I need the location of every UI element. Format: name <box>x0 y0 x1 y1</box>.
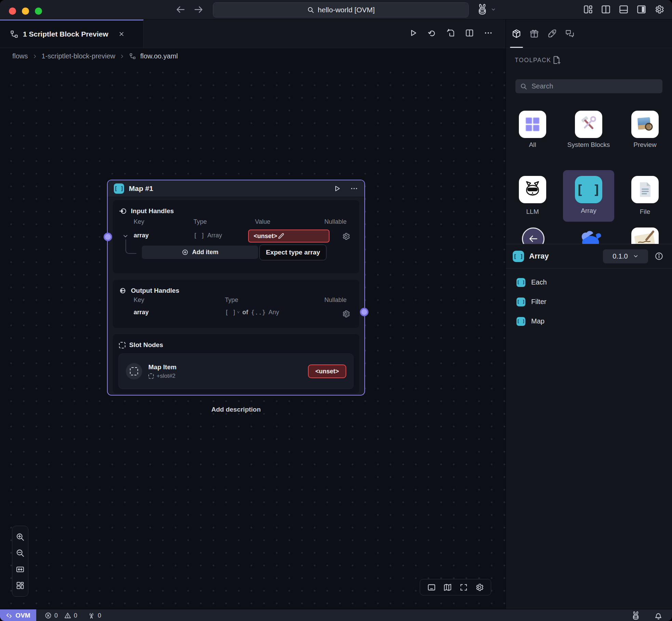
more-actions-icon[interactable] <box>484 28 493 38</box>
run-node-icon[interactable] <box>333 184 341 193</box>
split-view-icon[interactable] <box>465 28 474 38</box>
close-window-button[interactable] <box>9 8 16 15</box>
fullscreen-icon[interactable] <box>459 583 468 592</box>
tool-blue-partial[interactable] <box>576 231 602 244</box>
fit-view-icon[interactable] <box>15 565 25 574</box>
array-block-icon: [ ] <box>114 183 124 194</box>
search-icon <box>520 83 527 90</box>
type-chevron-icon[interactable]: ˅ <box>237 310 240 315</box>
version-select[interactable]: 0.1.0 <box>603 249 648 263</box>
detail-header: [ ] Array 0.1.0 <box>506 244 672 268</box>
tab-scriptlet-block-preview[interactable]: 1 Scriptlet Block Preview <box>0 19 144 47</box>
input-connection-handle[interactable] <box>104 233 112 241</box>
traffic-lights <box>9 8 42 15</box>
edit-pencil-icon[interactable] <box>277 232 285 240</box>
export-file-icon[interactable] <box>446 28 455 38</box>
expect-type-tooltip: Expect type array <box>259 245 326 260</box>
flow-canvas[interactable]: [ ] Map #1 Input Handles <box>0 64 506 609</box>
toolpack-search-input[interactable] <box>531 82 658 91</box>
col-key: Key <box>134 218 144 225</box>
run-icon[interactable] <box>408 28 418 38</box>
node-title: Map #1 <box>129 184 153 193</box>
col-key: Key <box>134 296 144 304</box>
array-block-icon: [ ] <box>516 317 525 326</box>
input-handles-section: Input Handles Key Type Value Nullable ar… <box>113 200 359 273</box>
auto-layout-icon[interactable] <box>15 581 25 590</box>
handle-settings-gear-icon[interactable] <box>341 309 350 318</box>
zoom-window-button[interactable] <box>35 8 42 15</box>
node-header[interactable]: [ ] Map #1 <box>108 180 364 197</box>
plus-circle-icon <box>182 249 189 256</box>
remote-ovm-badge[interactable]: OVM <box>0 609 36 621</box>
new-toolpack-file-plus-icon[interactable] <box>551 55 562 65</box>
tool-system-blocks[interactable] <box>575 111 602 138</box>
broadcast-indicator[interactable]: 0 <box>88 612 101 620</box>
toggle-panel-icon[interactable] <box>618 4 629 15</box>
slot-node-card[interactable]: Map Item +slot#2 <unset> <box>119 354 353 389</box>
tool-label-file: File <box>619 207 671 216</box>
problems-indicator[interactable]: 0 0 <box>44 612 77 619</box>
detail-item-map[interactable]: [ ] Map <box>506 312 672 331</box>
array-block-icon: [ ] <box>516 298 525 306</box>
input-handles-title: Input Handles <box>131 207 174 215</box>
tool-label-array: Array <box>563 206 614 215</box>
tab-extensions-gift-icon[interactable] <box>529 19 539 48</box>
minimize-window-button[interactable] <box>22 8 29 15</box>
tool-llm[interactable] <box>519 176 546 203</box>
settings-gear-icon[interactable] <box>654 4 664 15</box>
toggle-right-sidebar-icon[interactable] <box>636 4 647 15</box>
zoom-in-icon[interactable] <box>15 532 25 542</box>
slot-unset-badge[interactable]: <unset> <box>308 364 346 378</box>
breadcrumb: flows 1-scriptlet-block-preview flow.oo.… <box>0 48 506 64</box>
split-editor-icon[interactable] <box>601 4 611 15</box>
tab-toolpack-cube-icon[interactable] <box>511 19 522 48</box>
input-value-unset-field[interactable]: <unset> <box>248 230 330 243</box>
tab-chat-icon[interactable] <box>565 19 575 48</box>
toggle-panel-icon[interactable] <box>427 583 436 592</box>
back-button[interactable] <box>175 4 186 15</box>
canvas-settings-gear-icon[interactable] <box>475 583 484 592</box>
breadcrumb-folder[interactable]: 1-scriptlet-block-preview <box>42 52 116 60</box>
col-nullable: Nullable <box>324 296 347 304</box>
slot-ref-icon <box>148 373 154 379</box>
tool-return-partial[interactable] <box>522 227 545 244</box>
assistant-menu[interactable] <box>476 3 496 16</box>
tool-file[interactable] <box>631 176 659 203</box>
col-nullable: Nullable <box>324 218 347 225</box>
chevron-down-icon <box>491 7 496 12</box>
rabbit-mascot-icon[interactable] <box>631 610 641 621</box>
detail-item-each[interactable]: [ ] Each <box>506 273 672 292</box>
forward-button[interactable] <box>193 4 204 15</box>
tab-deploy-rocket-icon[interactable] <box>547 19 557 48</box>
of-label: of <box>242 309 248 316</box>
add-description-button[interactable]: Add description <box>107 406 365 413</box>
rerun-icon[interactable] <box>427 28 436 38</box>
slot-avatar <box>126 363 142 380</box>
collapse-chevron-icon[interactable] <box>122 233 129 239</box>
customize-layout-icon[interactable] <box>583 4 593 15</box>
detail-item-filter[interactable]: [ ] Filter <box>506 292 672 312</box>
close-tab-icon[interactable] <box>118 31 125 37</box>
tool-array-selected[interactable]: [ ] Array <box>563 170 614 222</box>
map-node[interactable]: [ ] Map #1 Input Handles <box>107 180 365 396</box>
handle-settings-gear-icon[interactable] <box>341 232 350 241</box>
bell-icon[interactable] <box>654 611 663 620</box>
broadcast-count: 0 <box>98 612 101 619</box>
output-connection-handle[interactable] <box>360 308 368 316</box>
breadcrumb-file[interactable]: flow.oo.yaml <box>140 52 178 60</box>
tool-all[interactable] <box>519 111 546 138</box>
zoom-out-icon[interactable] <box>15 548 25 558</box>
tool-label-all: All <box>507 140 558 149</box>
node-more-icon[interactable] <box>350 184 358 193</box>
breadcrumb-flows[interactable]: flows <box>12 52 28 60</box>
toolpack-search[interactable] <box>515 79 662 93</box>
tool-preview[interactable] <box>631 111 659 138</box>
info-icon[interactable] <box>654 251 664 261</box>
tool-notes-partial[interactable] <box>631 227 659 244</box>
add-item-button[interactable]: Add item <box>142 246 258 259</box>
app-window: hello-world [OVM] 1 Scriptlet Block Prev… <box>0 0 672 621</box>
minimap-icon[interactable] <box>443 583 452 592</box>
status-bar: OVM 0 0 0 <box>0 609 672 621</box>
command-search-box[interactable]: hello-world [OVM] <box>213 2 469 17</box>
warning-triangle-icon <box>64 612 71 619</box>
